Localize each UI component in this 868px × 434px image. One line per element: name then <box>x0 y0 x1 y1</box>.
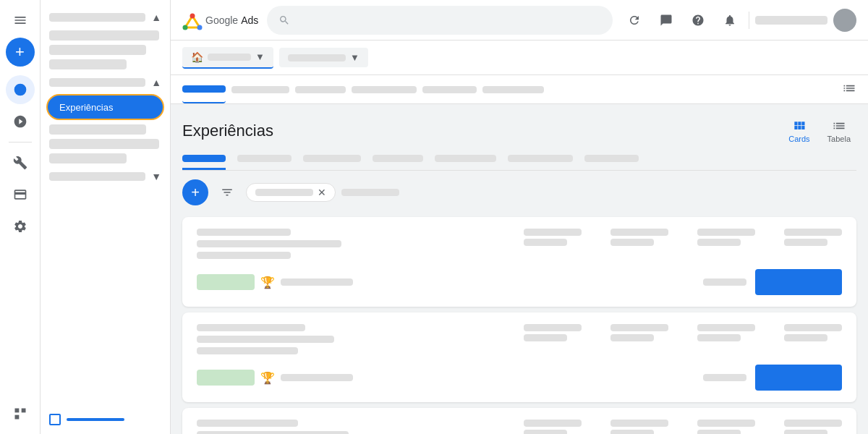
metric-value-1a <box>524 239 567 246</box>
card-metrics-1 <box>524 229 842 246</box>
sidebar-item-tools[interactable] <box>6 148 35 177</box>
ads-text: Ads <box>241 14 258 26</box>
svg-point-5 <box>183 25 188 30</box>
cards-view-label: Cards <box>788 135 809 143</box>
sidebar-item-expand[interactable] <box>6 399 35 428</box>
card-badge-label-1 <box>281 278 353 286</box>
metric-value-2d <box>784 334 827 341</box>
metric-label-2b <box>610 324 668 331</box>
create-button[interactable]: + <box>6 38 35 67</box>
sidebar: + <box>0 0 41 434</box>
nav-item-1[interactable] <box>49 30 159 41</box>
refresh-button[interactable] <box>621 7 647 33</box>
sidebar-item-billing[interactable] <box>6 180 35 209</box>
card-metrics-2 <box>524 324 842 341</box>
table-view-label: Tabela <box>827 135 851 143</box>
breadcrumb-tab-3[interactable] <box>295 86 346 93</box>
metric-col-2c <box>697 324 755 341</box>
breadcrumb-tab-5[interactable] <box>422 86 477 93</box>
card-metrics-3 <box>524 420 842 434</box>
search-icon <box>278 14 290 26</box>
chevron-up-icon-2: ▲ <box>151 77 161 88</box>
filter-row: + ✕ <box>182 179 856 205</box>
tab-7[interactable] <box>584 155 639 162</box>
date-dropdown-arrow: ▼ <box>350 52 359 63</box>
metric-label-3a <box>524 420 582 427</box>
topbar: Google Ads <box>171 0 868 41</box>
cards-container: 🏆 <box>182 217 856 434</box>
metric-col-3c <box>697 420 755 434</box>
card-info-1 <box>197 229 524 263</box>
metric-value-2a <box>524 334 567 341</box>
nav-item-7[interactable] <box>49 153 127 163</box>
sidebar-item-experiencias[interactable]: Experiências <box>46 94 164 120</box>
metric-col-2a <box>524 324 582 341</box>
breadcrumb-tab-2[interactable] <box>231 86 289 93</box>
sidebar-item-settings[interactable] <box>6 212 35 241</box>
table-view-button[interactable]: Tabela <box>822 116 856 146</box>
card-spacer-1 <box>703 278 746 286</box>
card-bottom-row-1: 🏆 <box>197 269 842 295</box>
card-action-button-2[interactable] <box>755 365 842 391</box>
tab-active[interactable] <box>182 155 226 170</box>
breadcrumb-tab-6[interactable] <box>482 86 544 93</box>
add-experiment-button[interactable]: + <box>182 179 208 205</box>
nav-item-3[interactable] <box>49 59 127 69</box>
nav-item-5[interactable] <box>49 124 146 135</box>
nav-bottom-icon <box>49 414 61 425</box>
page-content: Experiências Cards Tabela <box>171 104 868 434</box>
metric-col-3b <box>610 420 668 434</box>
search-input[interactable] <box>296 14 601 26</box>
nav-item-6[interactable] <box>49 139 159 149</box>
metric-col-1d <box>784 229 842 246</box>
card-top-row-2 <box>197 324 842 359</box>
menu-icon[interactable] <box>6 6 35 35</box>
nav-panel: ▲ ▲ Experiências ▼ <box>41 0 171 434</box>
tab-6[interactable] <box>508 155 573 162</box>
account-dropdown[interactable]: 🏠 ▼ <box>182 47 273 69</box>
user-avatar[interactable] <box>833 9 856 32</box>
nav-collapse-1[interactable]: ▲ <box>41 9 170 26</box>
card-status-badge-1 <box>197 274 255 290</box>
nav-progress-bar <box>67 418 124 421</box>
filter-button[interactable] <box>214 179 240 205</box>
card-title-1 <box>197 229 291 236</box>
metric-col-1c <box>697 229 755 246</box>
nav-collapse-2[interactable]: ▲ <box>41 74 170 91</box>
metric-col-2d <box>784 324 842 341</box>
card-bottom-row-2: 🏆 <box>197 365 842 391</box>
help-button[interactable] <box>685 7 711 33</box>
metric-col-2b <box>610 324 668 341</box>
card-info-3 <box>197 420 524 434</box>
nav-collapse-3[interactable]: ▼ <box>41 168 170 185</box>
nav-section-label <box>49 13 145 22</box>
card-action-button-1[interactable] <box>755 269 842 295</box>
metric-value-3d <box>784 430 827 434</box>
message-button[interactable] <box>653 7 679 33</box>
filter-tag[interactable]: ✕ <box>246 183 336 202</box>
sidebar-item-goals[interactable] <box>6 107 35 136</box>
account-label <box>208 54 251 61</box>
tab-3[interactable] <box>303 155 361 162</box>
cards-view-button[interactable]: Cards <box>783 116 815 146</box>
tab-2[interactable] <box>237 155 292 162</box>
tab-5[interactable] <box>435 155 496 162</box>
tab-4[interactable] <box>373 155 423 162</box>
metric-label-3d <box>784 420 842 427</box>
chevron-down-icon: ▼ <box>151 171 161 182</box>
date-dropdown[interactable]: ▼ <box>279 48 368 67</box>
svg-point-7 <box>190 13 195 18</box>
card-status-badge-2 <box>197 370 255 386</box>
nav-item-2[interactable] <box>49 45 146 55</box>
filter-tag-close[interactable]: ✕ <box>318 187 326 198</box>
svg-point-6 <box>197 25 203 30</box>
breadcrumb-tab-1[interactable] <box>182 76 226 103</box>
column-config-button[interactable] <box>842 81 856 98</box>
account-name <box>755 16 827 25</box>
breadcrumb-tab-4[interactable] <box>352 86 417 93</box>
sidebar-item-overview[interactable] <box>6 75 35 104</box>
notifications-button[interactable] <box>717 7 743 33</box>
metric-label-1b <box>610 229 668 236</box>
search-bar[interactable] <box>267 6 613 35</box>
card-desc-1 <box>197 240 341 247</box>
